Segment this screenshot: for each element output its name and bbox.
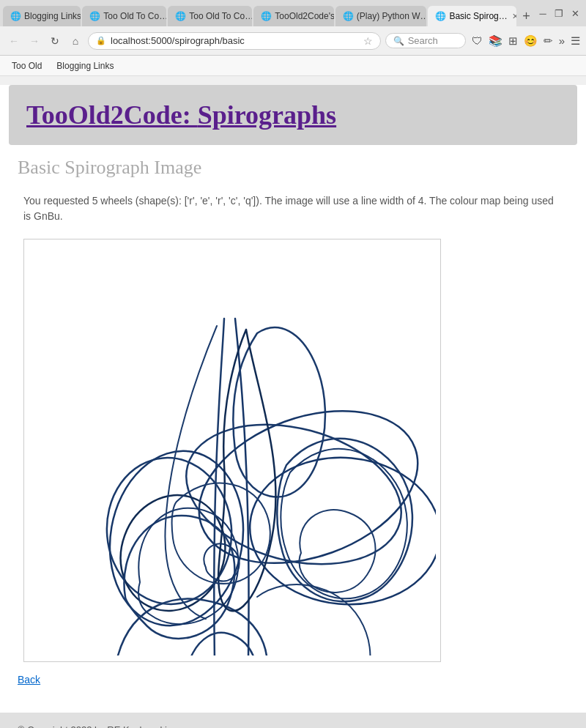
minimize-button[interactable]: ─ [538, 8, 548, 18]
toolbar-right: 🔍 Search 🛡 📚 ⊞ 😊 ✏ » ☰ [385, 33, 580, 48]
close-window-button[interactable]: ✕ [570, 8, 580, 18]
tab-tooold2codes[interactable]: 🌐 TooOld2Code's [253, 6, 334, 26]
tab-close-button[interactable]: ✕ [512, 12, 516, 21]
svg-point-2 [97, 440, 257, 636]
spirograph-svg [30, 245, 436, 655]
tab-favicon-4: 🌐 [261, 10, 272, 22]
page-content: TooOld2Code: Spirographs Basic Spirograp… [0, 85, 586, 728]
tab-favicon-1: 🌐 [10, 10, 21, 22]
reading-list-icon[interactable]: 📚 [489, 34, 502, 48]
restore-button[interactable]: ❐ [554, 8, 564, 18]
draw-icon[interactable]: ✏ [544, 34, 553, 48]
lock-icon: 🔒 [96, 36, 106, 45]
address-bar: ← → ↻ ⌂ 🔒 localhost:5000/spirograph/basi… [0, 26, 586, 56]
description-text: You requested 5 wheels (shape(s): ['r', … [18, 190, 568, 227]
forward-button[interactable]: → [26, 33, 42, 49]
svg-point-0 [178, 383, 436, 592]
shield-icon[interactable]: 🛡 [472, 34, 483, 47]
tab-blogging-links[interactable]: 🌐 Blogging Links [3, 6, 81, 26]
page-footer: © Copyright 2022 by RE Kochanski. [0, 713, 586, 728]
home-button[interactable]: ⌂ [67, 33, 84, 49]
address-input[interactable]: 🔒 localhost:5000/spirograph/basic ☆ [88, 32, 381, 50]
tab-favicon-2: 🌐 [89, 10, 100, 22]
section-title: Basic Spirograph Image [18, 157, 568, 179]
spirograph-image-container [23, 239, 441, 662]
tab-favicon-3: 🌐 [175, 10, 186, 22]
search-placeholder: Search [408, 35, 438, 46]
page-header: TooOld2Code: Spirographs [9, 85, 577, 145]
tab-basic-spirograph[interactable]: 🌐 Basic Spirog… ✕ [428, 6, 516, 26]
back-link[interactable]: Back [18, 674, 40, 686]
menu-icon[interactable]: ☰ [571, 34, 580, 48]
browser-window: 🌐 Blogging Links 🌐 Too Old To Co… 🌐 Too … [0, 0, 586, 728]
address-text: localhost:5000/spirograph/basic [111, 35, 359, 46]
page-body: Basic Spirograph Image You requested 5 w… [0, 145, 586, 698]
page-title: TooOld2Code: Spirographs [26, 100, 560, 130]
svg-point-1 [171, 402, 417, 587]
profile-icon[interactable]: 😊 [524, 34, 538, 48]
new-tab-button[interactable]: + [518, 7, 535, 26]
bookmark-too-old[interactable]: Too Old [6, 59, 48, 73]
bookmark-star-icon[interactable]: ☆ [363, 35, 373, 47]
window-controls: ─ ❐ ✕ [538, 8, 583, 18]
bookmark-blogging-links[interactable]: Blogging Links [51, 59, 119, 73]
tab-play-python[interactable]: 🌐 (Play) Python W… [335, 6, 427, 26]
more-tools-icon[interactable]: » [559, 34, 565, 47]
search-box[interactable]: 🔍 Search [385, 33, 466, 48]
svg-point-3 [101, 453, 238, 609]
tab-favicon-5: 🌐 [343, 10, 354, 22]
reload-button[interactable]: ↻ [47, 33, 63, 49]
search-icon: 🔍 [393, 36, 404, 46]
bookmark-bar: Too Old Blogging Links [0, 56, 586, 76]
tab-bar: 🌐 Blogging Links 🌐 Too Old To Co… 🌐 Too … [0, 0, 586, 26]
tab-too-old-2[interactable]: 🌐 Too Old To Co… [168, 6, 252, 26]
tab-favicon-6: 🌐 [435, 10, 446, 22]
back-button[interactable]: ← [6, 33, 22, 49]
tab-view-icon[interactable]: ⊞ [508, 34, 518, 48]
tab-too-old-1[interactable]: 🌐 Too Old To Co… [82, 6, 166, 26]
footer-text: © Copyright 2022 by RE Kochanski. [18, 724, 170, 728]
